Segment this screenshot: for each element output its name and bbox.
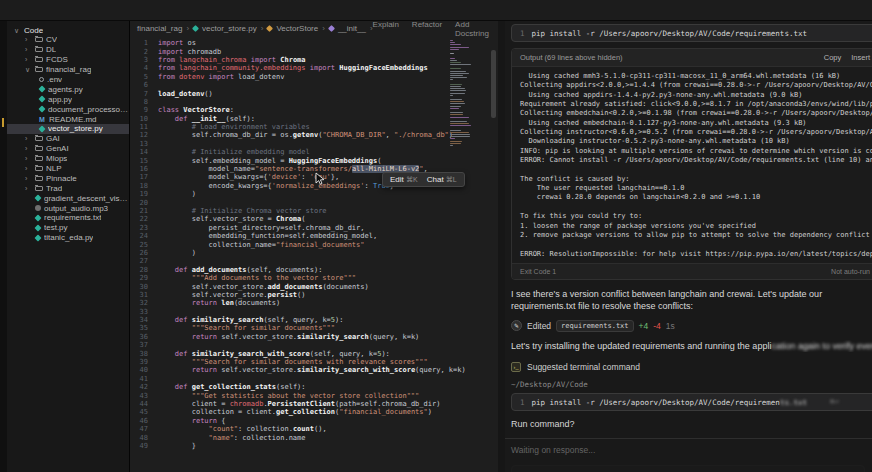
sidebar-item-document-processor-py[interactable]: document_processor.py [7, 104, 129, 114]
sidebar-item-root[interactable]: ∨ Code [7, 25, 129, 35]
exit-code-label: Exit Code 1 [520, 268, 556, 275]
chat-action[interactable]: Chat ⌘L [427, 175, 457, 184]
line-number: 25 [130, 241, 148, 249]
code-line: 34 def similarity_search(self, query, k=… [130, 316, 498, 324]
code-line: 14 # Initialize embedding model [130, 148, 498, 156]
line-number: 1 [520, 29, 525, 38]
edited-file-name[interactable]: requirements.txt [556, 320, 633, 332]
sidebar-item-dl[interactable]: ›DL [7, 45, 129, 55]
minimap-line [450, 71, 466, 72]
sidebar-item-readme-md[interactable]: MREADME.md [7, 114, 129, 124]
sidebar-item-test-py[interactable]: test.py [7, 223, 129, 233]
sidebar-item-pinnacle[interactable]: ›Pinnacle [7, 173, 129, 183]
minimap[interactable] [450, 40, 472, 147]
copy-button[interactable]: Copy [824, 53, 842, 62]
sidebar-item-mlops[interactable]: ›Mlops [7, 154, 129, 164]
blurred-text: ts.txt [780, 398, 807, 407]
sidebar-item-fcds[interactable]: ›FCDS [7, 55, 129, 65]
sidebar-item-genai[interactable]: ›GenAI [7, 144, 129, 154]
code-line: 49 } [130, 442, 498, 450]
code-line: 35 """Search for similar documents""" [130, 324, 498, 332]
code-line: 27 [130, 257, 498, 265]
edit-duration: 1s [666, 321, 675, 331]
chevron-right-icon: › [25, 56, 32, 63]
sidebar-item-requirements-txt[interactable]: requirements.txt [7, 213, 129, 223]
code-lines: 1import os2import chromadb3from langchai… [130, 39, 498, 450]
sidebar-item-gradient-descent-visualization[interactable]: gradient_descent_visualization... [7, 193, 129, 203]
line-number: 26 [130, 249, 148, 257]
line-number: 18 [130, 182, 148, 190]
output-line: 1. loosen the range of package versions … [520, 222, 872, 231]
sidebar-item-agents-py[interactable]: agents.py [7, 84, 129, 94]
folder-icon [35, 37, 43, 42]
line-number: 12 [130, 131, 148, 139]
line-number: 41 [130, 375, 148, 383]
sidebar-item-financial-rag[interactable]: ∨financial_rag [7, 65, 129, 75]
line-number: 21 [130, 207, 148, 215]
waiting-status: Waiting on response... [511, 445, 872, 455]
insert-button[interactable]: Insert [851, 53, 870, 62]
sidebar-item-app-py[interactable]: app.py [7, 94, 129, 104]
output-text: Using cached mmh3-5.1.0-cp311-cp311-maco… [512, 67, 872, 263]
method-symbol-icon [328, 25, 335, 32]
line-number: 11 [130, 123, 148, 131]
minimap-line [450, 47, 469, 48]
python-file-icon [34, 195, 41, 202]
diff-added-count: +4 [639, 321, 649, 331]
minimap-line [450, 75, 463, 76]
code-line: 4from langchain_community.embeddings imp… [130, 64, 498, 72]
folder-icon [35, 146, 43, 151]
line-number: 5 [130, 73, 148, 81]
mouse-cursor-icon [315, 172, 326, 185]
chevron-down-icon: ∨ [25, 66, 32, 73]
breadcrumb: financial_rag › vector_store.py › Vector… [137, 24, 373, 33]
code-line: 25 collection_name="financial_documents" [130, 240, 498, 248]
code-line: 11 # Load environment variables [130, 123, 498, 131]
sidebar-item-trad[interactable]: ›Trad [7, 183, 129, 193]
chevron-right-icon: › [25, 155, 32, 162]
line-number: 8 [130, 98, 148, 106]
line-number: 40 [130, 366, 148, 374]
minimap-line [450, 64, 471, 65]
minimap-line [450, 77, 467, 78]
output-line [520, 240, 872, 249]
breadcrumb-method[interactable]: __init__ [338, 24, 366, 33]
code-area[interactable]: 1import os2import chromadb3from langchai… [130, 36, 498, 450]
breadcrumb-folder[interactable]: financial_rag [137, 24, 182, 33]
edit-action[interactable]: Edit ⌘K [390, 175, 418, 184]
assistant-message-1: I see there's a version conflict between… [511, 288, 869, 313]
line-number: 24 [130, 232, 148, 240]
file-label: Trad [46, 184, 62, 193]
breadcrumb-file[interactable]: vector_store.py [202, 24, 257, 33]
code-line: 30 self.vector_store.add_documents(docum… [130, 282, 498, 290]
code-line: 2import chromadb [130, 47, 498, 55]
output-line: Requirement already satisfied: click<9.0… [520, 100, 872, 109]
code-line: 19 ) [130, 190, 498, 198]
breadcrumb-separator: › [261, 24, 264, 33]
edited-file-chip[interactable]: ✎ Edited requirements.txt +4 -4 1s [511, 320, 872, 332]
line-number: 20 [130, 199, 148, 207]
sidebar-item-output-audio-mp3[interactable]: output_audio.mp3 [7, 203, 129, 213]
sidebar-item-nlp[interactable]: ›NLP [7, 164, 129, 174]
chat-input[interactable] [511, 465, 865, 472]
minimap-line [450, 132, 469, 133]
line-number: 28 [130, 266, 148, 274]
line-number: 29 [130, 274, 148, 282]
code-line: 43 """Get statistics about the vector st… [130, 391, 498, 399]
sidebar-item-vector-store-py[interactable]: vector_store.py [7, 124, 129, 134]
breadcrumb-class[interactable]: VectorStore [276, 24, 318, 33]
file-label: README.md [49, 115, 97, 124]
sidebar-item-titanic-eda-py[interactable]: titanic_eda.py [7, 233, 129, 243]
line-number: 30 [130, 283, 148, 291]
sidebar-item-env[interactable]: .env [7, 75, 129, 85]
run-shortcut-hint: ⌘⏎ [830, 398, 838, 406]
sidebar-item-gai[interactable]: ›GAI [7, 134, 129, 144]
suggested-command-block[interactable]: 1 pip install -r /Users/apoorv/Desktop/A… [511, 393, 872, 411]
sidebar-item-cv[interactable]: ›CV [7, 35, 129, 45]
python-file-icon [38, 96, 45, 103]
line-number: 34 [130, 316, 148, 324]
chevron-right-icon: › [25, 135, 32, 142]
minimap-line [450, 130, 461, 131]
editor-scrollbar[interactable] [491, 50, 496, 118]
code-line: 33 [130, 308, 498, 316]
